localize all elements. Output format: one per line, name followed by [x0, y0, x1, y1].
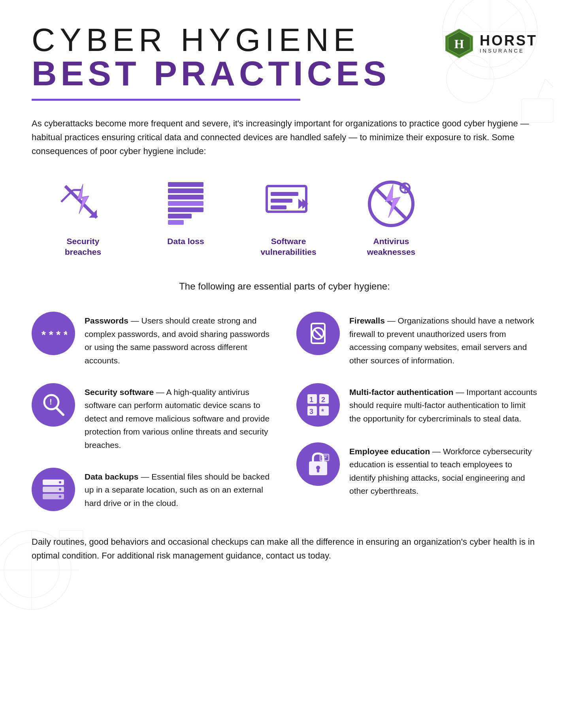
firewall-icon [304, 320, 332, 347]
svg-text:!: ! [49, 397, 52, 406]
svg-rect-26 [168, 188, 203, 193]
page-container: CYBER HYGIENE BEST PRACTICES H HORST INS… [0, 0, 569, 728]
mfa-icon: 1 2 3 * [304, 391, 332, 419]
employee-education-text: Employee education — Workforce cybersecu… [349, 442, 537, 498]
consequence-security-breaches: Securitybreaches [47, 178, 119, 258]
logo-block: H HORST INSURANCE [443, 24, 537, 59]
title-block: CYBER HYGIENE BEST PRACTICES [32, 24, 443, 91]
security-breach-label: Securitybreaches [65, 236, 101, 258]
svg-text:* * * * *: * * * * * [41, 329, 67, 341]
svg-rect-67 [317, 469, 319, 472]
data-backups-text: Data backups — Essential files should be… [85, 468, 273, 510]
data-backups-icon-circle [32, 468, 75, 511]
essential-text: The following are essential parts of cyb… [32, 281, 537, 292]
logo-hex-icon: H [443, 28, 475, 59]
divider-line [32, 99, 300, 101]
svg-text:3: 3 [309, 408, 313, 416]
passwords-title: Passwords [85, 316, 128, 325]
logo-text: HORST INSURANCE [480, 34, 537, 54]
employee-education-title: Employee education [349, 447, 430, 456]
security-software-item: ! Security software — A high-quality ant… [32, 383, 273, 452]
svg-line-9 [545, 79, 553, 87]
svg-line-23 [61, 190, 73, 202]
svg-rect-25 [168, 182, 203, 187]
svg-rect-27 [168, 195, 203, 199]
svg-point-52 [59, 488, 61, 491]
svg-line-56 [314, 329, 322, 337]
software-vuln-label: Softwarevulnerabilities [260, 236, 316, 258]
svg-point-51 [59, 481, 61, 483]
security-software-text: Security software — A high-quality antiv… [85, 383, 273, 452]
consequence-software-vuln: Softwarevulnerabilities [253, 178, 324, 258]
security-software-icon-circle: ! [32, 383, 75, 427]
right-col: Firewalls — Organizations should have a … [296, 312, 537, 511]
svg-rect-30 [168, 214, 192, 218]
intro-text: As cyberattacks become more frequent and… [32, 117, 537, 158]
employee-education-icon [304, 450, 332, 478]
security-breach-icon [57, 178, 109, 229]
firewalls-item: Firewalls — Organizations should have a … [296, 312, 537, 367]
svg-rect-33 [271, 192, 298, 196]
consequences-row: Securitybreaches Data loss [32, 178, 537, 258]
svg-rect-28 [168, 201, 203, 206]
passwords-text: Passwords — Users should create strong a… [85, 312, 273, 367]
security-software-icon: ! [40, 391, 67, 419]
employee-education-icon-circle [296, 442, 340, 486]
data-loss-icon [160, 178, 211, 229]
title-line2: BEST PRACTICES [32, 56, 443, 91]
security-software-body: — A high-quality antivirus software can … [85, 388, 269, 450]
data-backups-icon [40, 476, 67, 503]
svg-rect-29 [168, 207, 203, 212]
svg-text:2: 2 [321, 396, 325, 404]
antivirus-label: Antivirusweaknesses [367, 236, 416, 258]
firewalls-text: Firewalls — Organizations should have a … [349, 312, 537, 367]
consequence-antivirus: Antivirusweaknesses [356, 178, 427, 258]
mfa-title: Multi-factor authentication [349, 388, 454, 397]
svg-rect-35 [271, 205, 286, 209]
software-vuln-icon [263, 178, 314, 229]
svg-text:1: 1 [309, 396, 313, 404]
antivirus-icon [366, 178, 417, 229]
svg-line-8 [537, 79, 545, 99]
svg-point-66 [316, 466, 320, 470]
employee-education-item: Employee education — Workforce cybersecu… [296, 442, 537, 498]
svg-point-53 [59, 495, 61, 498]
title-line1: CYBER HYGIENE [32, 24, 443, 56]
data-backups-item: Data backups — Essential files should be… [32, 468, 273, 511]
bg-decoration-bottom [0, 491, 119, 649]
data-backups-title: Data backups [85, 472, 139, 481]
svg-text:*: * [321, 408, 324, 416]
passwords-item: * * * * * Passwords — Users should creat… [32, 312, 273, 367]
consequence-data-loss: Data loss [150, 178, 221, 258]
data-loss-label: Data loss [167, 236, 204, 246]
mfa-icon-circle: 1 2 3 * [296, 383, 340, 427]
security-software-title: Security software [85, 388, 154, 397]
left-col: * * * * * Passwords — Users should creat… [32, 312, 273, 511]
svg-text:H: H [454, 37, 464, 51]
logo-name: HORST [480, 34, 537, 48]
svg-line-46 [57, 408, 63, 415]
passwords-icon-circle: * * * * * [32, 312, 75, 355]
mfa-item: 1 2 3 * Multi-factor authentication — Im… [296, 383, 537, 427]
two-col-content: * * * * * Passwords — Users should creat… [32, 312, 537, 511]
logo-sub: INSURANCE [480, 48, 524, 54]
firewalls-title: Firewalls [349, 316, 385, 325]
mfa-text: Multi-factor authentication — Important … [349, 383, 537, 425]
firewalls-icon-circle [296, 312, 340, 355]
footer-text: Daily routines, good behaviors and occas… [32, 535, 537, 562]
header: CYBER HYGIENE BEST PRACTICES H HORST INS… [32, 24, 537, 91]
password-icon: * * * * * [40, 324, 67, 343]
svg-rect-31 [168, 220, 184, 225]
svg-rect-34 [271, 199, 292, 203]
